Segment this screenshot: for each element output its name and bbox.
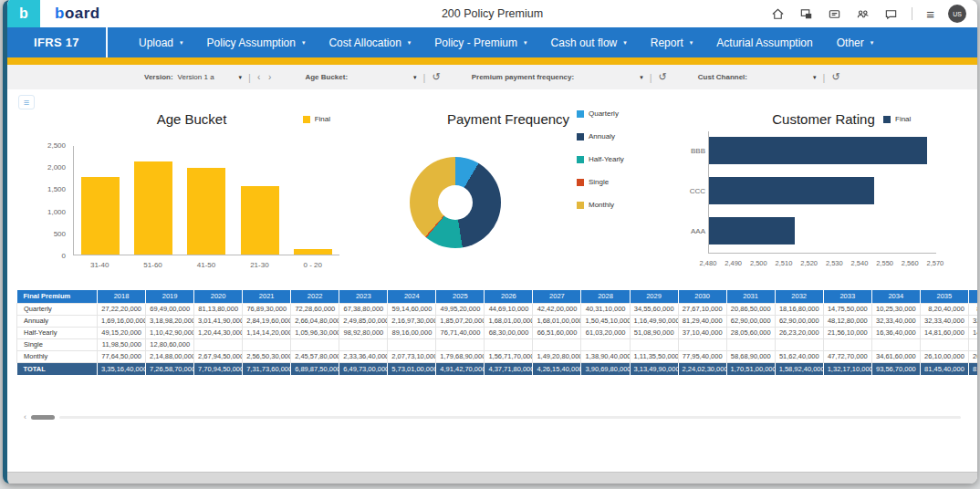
table-cell[interactable] — [871, 338, 920, 350]
table-cell[interactable]: 1,05,96,30,000 — [291, 327, 339, 338]
table-cell[interactable]: 58,68,90,000 — [726, 350, 775, 362]
table-header-year[interactable]: 2023 — [339, 290, 388, 303]
nav-item-acturial-assumption[interactable]: Acturial Assumption — [716, 36, 812, 49]
chevron-down-icon[interactable]: ▾ — [813, 74, 817, 81]
table-cell[interactable]: 2,45,57,80,000 — [291, 350, 339, 362]
scrollbar-thumb[interactable] — [31, 415, 55, 420]
table-cell[interactable]: 3,01,41,90,000 — [194, 315, 243, 327]
table-header-year[interactable]: 2020 — [194, 290, 243, 303]
table-cell[interactable]: 1,79,68,90,000 — [436, 350, 485, 362]
nav-item-other[interactable]: Other▾ — [837, 36, 874, 49]
table-cell[interactable]: 11,98,50,000 — [98, 338, 146, 350]
avatar[interactable]: US — [948, 5, 966, 23]
table-cell[interactable]: 34,61,60,000 — [871, 350, 920, 362]
table-cell[interactable] — [823, 338, 871, 350]
table-cell[interactable]: 27,67,10,000 — [678, 303, 726, 315]
table-cell[interactable]: 16,36,40,000 — [871, 327, 920, 338]
table-row-monthly[interactable]: Monthly77,64,50,0002,14,88,00,0002,67,94… — [17, 350, 978, 362]
chevron-down-icon[interactable]: ▾ — [239, 74, 243, 81]
table-cell[interactable] — [920, 338, 968, 350]
table-cell[interactable]: 10,25,30,000 — [871, 303, 920, 315]
table-header-year[interactable]: 2030 — [678, 290, 726, 303]
table-cell[interactable]: 1,14,14,20,000 — [243, 327, 291, 338]
table-cell[interactable]: 2,66,04,80,000 — [291, 315, 339, 327]
table-cell[interactable] — [581, 338, 630, 350]
table-row-half-yearly[interactable]: Half-Yearly49,15,20,0001,10,42,90,0001,2… — [17, 327, 978, 338]
table-cell[interactable]: 1,11,35,50,000 — [630, 350, 678, 362]
table-header-label[interactable]: Final Premium — [17, 290, 98, 303]
table-cell[interactable]: 76,89,30,000 — [243, 303, 291, 315]
table-cell[interactable]: 1,16,49,90,000 — [630, 315, 678, 327]
table-cell[interactable]: 14,81,60,000 — [920, 327, 968, 338]
chevron-down-icon[interactable]: ▾ — [640, 74, 643, 81]
table-cell[interactable]: 2,84,19,60,000 — [243, 315, 291, 327]
table-cell[interactable]: 69,49,00,000 — [146, 303, 194, 315]
scroll-left-icon[interactable]: ‹ — [24, 413, 26, 421]
table-cell[interactable]: 2,07,73,10,000 — [388, 350, 436, 362]
table-cell[interactable]: 40,31,10,000 — [581, 303, 630, 315]
table-cell[interactable]: 2,67,94,50,000 — [194, 350, 243, 362]
bar-ccc[interactable] — [709, 177, 874, 204]
table-cell[interactable]: 44,69,10,000 — [485, 303, 533, 315]
final-premium-table[interactable]: Final Premium201820192020202120222023202… — [16, 290, 977, 375]
table-header-year[interactable]: 2027 — [533, 290, 581, 303]
age-bucket-chart[interactable]: Age Bucket Final 2,5002,0001,5001,000500… — [33, 104, 350, 279]
table-cell[interactable] — [630, 338, 678, 350]
comment-icon[interactable] — [827, 6, 841, 21]
table-cell[interactable] — [678, 338, 726, 350]
table-cell[interactable]: 26,10,00,000 — [968, 350, 977, 362]
table-cell[interactable]: 14,75,50,000 — [823, 303, 871, 315]
bar-bbb[interactable] — [709, 137, 927, 164]
table-cell[interactable]: 66,51,60,000 — [533, 327, 581, 338]
table-cell[interactable]: 62,90,00,000 — [775, 315, 823, 327]
table-cell[interactable]: 14,81,60,000 — [968, 327, 977, 338]
table-cell[interactable] — [726, 338, 775, 350]
table-cell[interactable]: 81,13,80,000 — [194, 303, 243, 315]
refresh-icon[interactable]: ↺ — [831, 71, 839, 83]
table-cell[interactable] — [436, 338, 485, 350]
table-cell[interactable]: 1,38,90,40,000 — [581, 350, 630, 362]
selector-nav-arrows-icon[interactable]: ‹ › — [257, 72, 274, 82]
table-cell[interactable]: 2,16,97,30,000 — [388, 315, 436, 327]
table-cell[interactable]: 42,42,00,000 — [533, 303, 581, 315]
table-cell[interactable]: 27,22,20,000 — [98, 303, 146, 315]
table-cell[interactable]: 81,29,40,000 — [678, 315, 726, 327]
table-cell[interactable]: 37,10,40,000 — [678, 327, 726, 338]
table-cell[interactable]: 61,03,20,000 — [581, 327, 630, 338]
table-header-year[interactable]: 2022 — [291, 290, 339, 303]
bar-31-40[interactable] — [81, 177, 120, 255]
table-header-year[interactable]: 2036 — [968, 290, 977, 303]
table-cell[interactable]: 1,56,71,70,000 — [485, 350, 533, 362]
table-total-row[interactable]: TOTAL3,35,16,40,0007,26,58,70,0007,70,94… — [17, 362, 978, 375]
table-cell[interactable]: 32,33,40,000 — [968, 315, 977, 327]
table-cell[interactable]: 72,28,60,000 — [291, 303, 339, 315]
table-row-annualy[interactable]: Annualy1,69,16,00,0003,18,98,20,0003,01,… — [17, 315, 978, 327]
scrollbar-track[interactable] — [59, 416, 961, 419]
table-header-year[interactable]: 2034 — [871, 290, 920, 303]
table-cell[interactable] — [388, 338, 436, 350]
table-cell[interactable]: 1,69,16,00,000 — [98, 315, 146, 327]
table-header-year[interactable]: 2026 — [485, 290, 533, 303]
table-header-year[interactable]: 2019 — [146, 290, 194, 303]
table-cell[interactable]: 1,20,44,30,000 — [194, 327, 243, 338]
table-row-single[interactable]: Single11,98,50,00012,80,60,000 — [17, 338, 978, 350]
table-cell[interactable]: 1,85,07,20,000 — [436, 315, 485, 327]
table-cell[interactable]: 2,33,36,40,000 — [339, 350, 388, 362]
table-cell[interactable]: 67,38,80,000 — [339, 303, 388, 315]
table-cell[interactable]: 28,05,60,000 — [726, 327, 775, 338]
table-row-quarterly[interactable]: Quarterly27,22,20,00069,49,00,00081,13,8… — [17, 303, 978, 315]
table-cell[interactable]: 76,71,40,000 — [436, 327, 485, 338]
table-cell[interactable]: 2,56,50,30,000 — [243, 350, 291, 362]
bar-aaa[interactable] — [709, 217, 795, 244]
table-cell[interactable]: 1,50,45,10,000 — [581, 315, 630, 327]
table-cell[interactable]: 51,62,40,000 — [775, 350, 823, 362]
table-cell[interactable] — [533, 338, 581, 350]
table-cell[interactable]: 49,95,20,000 — [436, 303, 485, 315]
table-cell[interactable]: 51,08,90,000 — [630, 327, 678, 338]
table-header-year[interactable]: 2024 — [388, 290, 436, 303]
bar-21-30[interactable] — [241, 186, 279, 255]
bar-0-20[interactable] — [294, 249, 332, 255]
chat-icon[interactable] — [883, 6, 898, 21]
table-cell[interactable]: 3,18,98,20,000 — [146, 315, 194, 327]
table-cell[interactable]: 1,49,20,80,000 — [533, 350, 581, 362]
